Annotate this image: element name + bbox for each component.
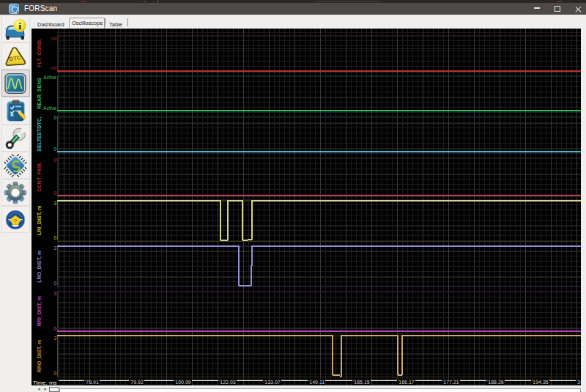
- svg-text:i: i: [18, 20, 21, 31]
- svg-text:?: ?: [13, 217, 18, 225]
